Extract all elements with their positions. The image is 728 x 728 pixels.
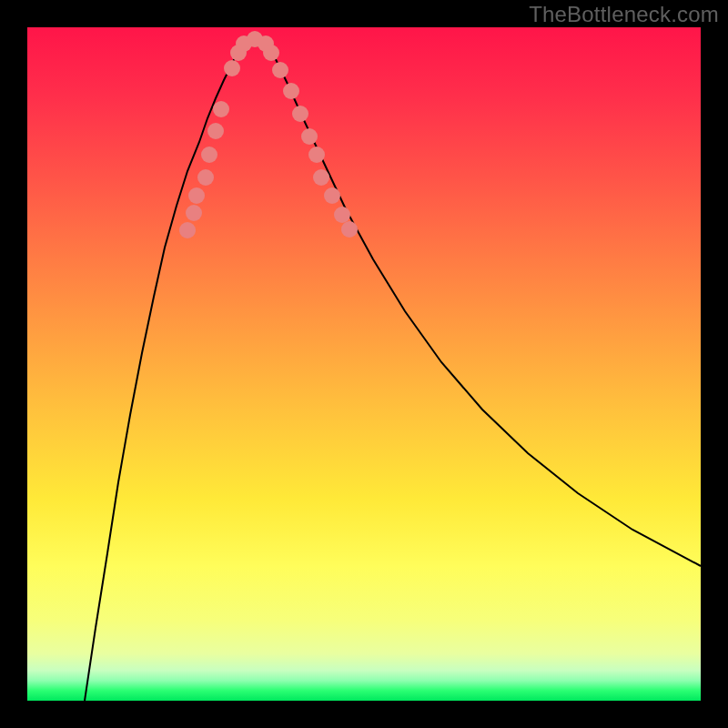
data-marker [201, 147, 217, 163]
plot-area [27, 27, 701, 701]
data-marker [283, 83, 299, 99]
data-markers [179, 31, 358, 238]
data-marker [334, 207, 350, 223]
data-marker [213, 101, 229, 117]
data-marker [292, 106, 308, 122]
data-marker [313, 169, 329, 186]
data-marker [197, 169, 214, 186]
data-marker [324, 187, 340, 204]
data-marker [308, 147, 325, 163]
data-marker [207, 123, 224, 139]
data-marker [186, 205, 202, 221]
data-marker [188, 187, 205, 204]
data-marker [224, 60, 240, 76]
data-marker [341, 221, 358, 238]
watermark-text: TheBottleneck.com [529, 2, 719, 27]
data-marker [272, 62, 288, 78]
chart-container: TheBottleneck.com [0, 0, 728, 728]
data-marker [179, 222, 196, 238]
data-marker [301, 128, 318, 145]
curve-svg [27, 27, 701, 701]
bottleneck-curve [85, 33, 701, 701]
data-marker [263, 45, 279, 61]
